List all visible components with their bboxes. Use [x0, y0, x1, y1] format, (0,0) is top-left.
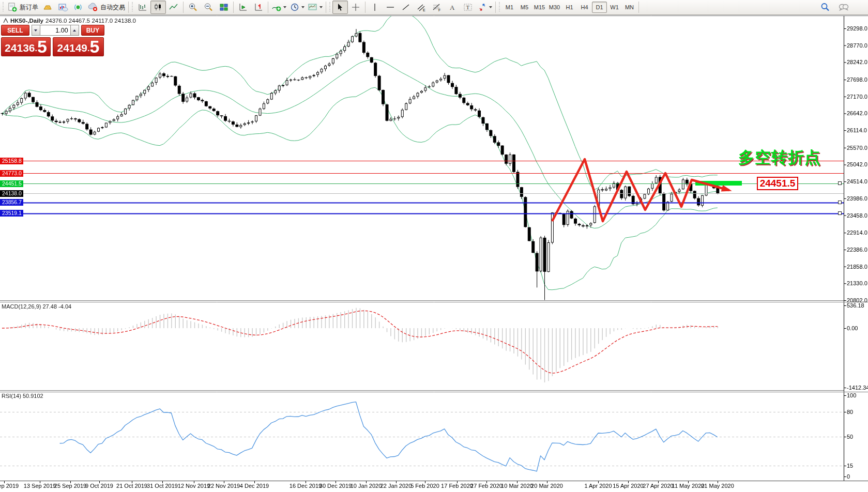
timeframe-m15[interactable]: M15 — [532, 2, 547, 13]
tile-windows-button[interactable] — [216, 1, 232, 14]
macd-axis-tick: -1412.34 — [847, 385, 868, 391]
new-order-button[interactable]: 新订单 — [6, 1, 40, 14]
toolbar-grip — [498, 2, 501, 12]
horizontal-line-button[interactable] — [383, 1, 398, 14]
date-axis-label: 21 May 2020 — [699, 483, 736, 489]
buy-price-display[interactable]: 24149.5 — [53, 37, 104, 56]
price-axis-tick: 23458.0 — [847, 212, 867, 219]
date-axis-label: 5 Feb 2020 — [407, 483, 443, 489]
equidistant-channel-button[interactable]: E — [414, 1, 429, 14]
gold-button[interactable] — [40, 1, 55, 14]
timeframe-mn[interactable]: MN — [622, 2, 637, 13]
mt4-window: 新订单 — [0, 0, 868, 492]
toolbar-separator — [183, 2, 184, 13]
toolbar-separator — [128, 2, 129, 13]
clock-icon — [290, 2, 300, 12]
periods-button[interactable] — [288, 1, 306, 14]
arrows-icon — [477, 2, 488, 12]
vertical-line-button[interactable] — [367, 1, 383, 14]
sell-price-display[interactable]: 24136.5 — [1, 37, 51, 56]
indicators-caret-icon — [283, 6, 286, 8]
macd-axis-tick: 536.18 — [847, 302, 864, 309]
auto-scroll-icon — [238, 2, 248, 12]
cursor-button[interactable] — [332, 1, 348, 14]
symbol-period: HK50-,Daily — [10, 18, 43, 24]
volume-input[interactable] — [40, 25, 70, 36]
ohlc-values: 24376.0 24467.5 24117.0 24138.0 — [45, 18, 136, 24]
chart-canvas[interactable] — [0, 0, 868, 492]
svg-text:E: E — [423, 8, 425, 12]
price-badge: 24773.0 — [0, 170, 23, 177]
date-axis-label: 9 Oct 2019 — [81, 483, 117, 489]
crosshair-icon — [351, 2, 361, 12]
volume-increase-button[interactable] — [70, 25, 79, 36]
rsi-axis-tick: 100 — [847, 392, 856, 398]
timeframe-m30[interactable]: M30 — [547, 2, 562, 13]
trendline-button[interactable] — [398, 1, 414, 14]
price-axis-tick: 21330.0 — [847, 280, 867, 286]
search-icon — [820, 2, 830, 12]
indicators-button[interactable] — [270, 1, 288, 14]
auto-scroll-button[interactable] — [235, 1, 251, 14]
text-button[interactable]: A — [445, 1, 460, 14]
signals-button[interactable] — [71, 1, 86, 14]
price-axis-tick: 28770.0 — [847, 42, 867, 49]
zoom-out-button[interactable] — [201, 1, 216, 14]
crosshair-button[interactable] — [348, 1, 363, 14]
price-axis-tick: 23986.0 — [847, 195, 867, 202]
timeframe-h4[interactable]: H4 — [577, 2, 592, 13]
toolbar-grip — [2, 2, 5, 12]
macd-indicator-label: MACD(12,26,9) 27.48 -4.04 — [2, 303, 71, 310]
price-badge: 25158.8 — [0, 158, 23, 164]
line-chart-button[interactable] — [166, 1, 181, 14]
buy-price-main: 24149 — [57, 41, 87, 55]
new-order-icon — [7, 2, 18, 12]
volume-decrease-button[interactable] — [32, 25, 40, 36]
toolbar-separator — [268, 2, 268, 13]
price-axis-tick: 21858.0 — [847, 264, 867, 270]
rsi-axis-tick: 15 — [847, 463, 853, 469]
sell-button[interactable]: SELL — [1, 25, 29, 36]
text-icon: A — [447, 2, 458, 12]
sell-price-main: 24136 — [5, 41, 35, 55]
svg-text:T: T — [466, 4, 470, 10]
price-axis-tick: 25570.0 — [847, 145, 867, 151]
candlestick-chart-button[interactable] — [150, 1, 166, 14]
timeframe-h1[interactable]: H1 — [562, 2, 577, 13]
search-button[interactable] — [817, 1, 833, 14]
price-level-callout[interactable]: 24451.5 — [757, 177, 798, 190]
community-button[interactable] — [836, 1, 851, 14]
timeframe-m5[interactable]: M5 — [517, 2, 532, 13]
chinese-annotation[interactable]: 多空转折点 — [738, 147, 821, 168]
text-label-icon: T — [463, 2, 473, 12]
svg-text:F: F — [438, 8, 440, 12]
price-axis-tick: 26114.0 — [847, 127, 867, 133]
up-arrow-icon — [73, 29, 76, 32]
chart-title: HK50-,Daily 24376.0 24467.5 24117.0 2413… — [3, 18, 136, 24]
candlestick-chart-icon — [153, 2, 163, 12]
auto-trading-button[interactable]: 自动交易 — [86, 1, 127, 14]
price-axis-tick: 22386.0 — [847, 247, 867, 253]
auto-trading-icon — [88, 2, 98, 12]
toolbar-separator — [365, 2, 366, 13]
community-chat-icon — [838, 2, 849, 12]
rsi-axis-tick: 0 — [847, 473, 850, 480]
line-chart-icon — [169, 2, 179, 12]
zoom-in-button[interactable] — [185, 1, 201, 14]
chart-shift-button[interactable] — [251, 1, 266, 14]
arrows-caret-icon — [489, 6, 492, 8]
timeframe-d1[interactable]: D1 — [592, 2, 607, 13]
templates-button[interactable] — [306, 1, 324, 14]
cursor-icon — [335, 2, 345, 12]
bar-chart-button[interactable] — [135, 1, 150, 14]
arrows-button[interactable] — [476, 1, 494, 14]
timeframe-w1[interactable]: W1 — [607, 2, 622, 13]
timeframe-m1[interactable]: M1 — [502, 2, 517, 13]
periods-caret-icon — [301, 6, 304, 8]
charts-window-button[interactable] — [55, 1, 71, 14]
buy-button[interactable]: BUY — [81, 25, 104, 36]
fibonacci-button[interactable]: F — [429, 1, 445, 14]
price-badge: 23519.1 — [0, 210, 23, 217]
text-label-button[interactable]: T — [460, 1, 476, 14]
date-axis-label: 20 Mar 2020 — [529, 483, 565, 489]
